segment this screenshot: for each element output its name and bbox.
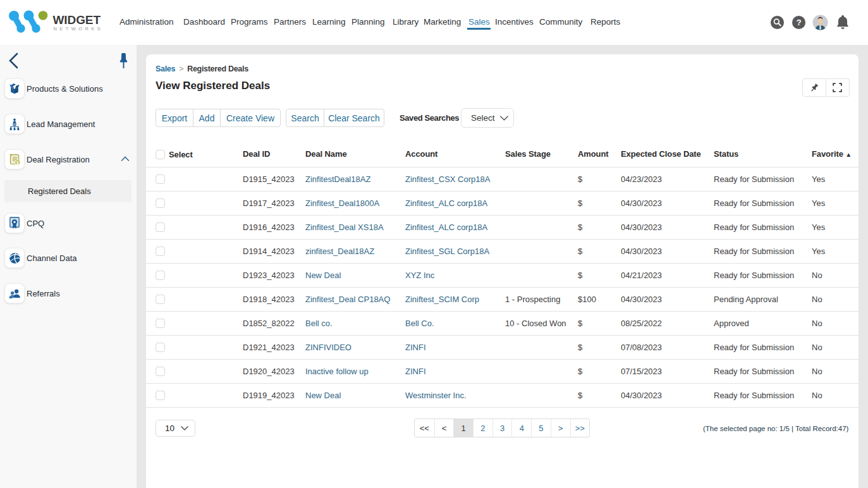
- svg-text:WIDGET: WIDGET: [53, 13, 101, 27]
- svg-text:$: $: [16, 159, 19, 165]
- svg-text:?: ?: [796, 18, 801, 27]
- svg-text:NETWORKS: NETWORKS: [54, 26, 104, 32]
